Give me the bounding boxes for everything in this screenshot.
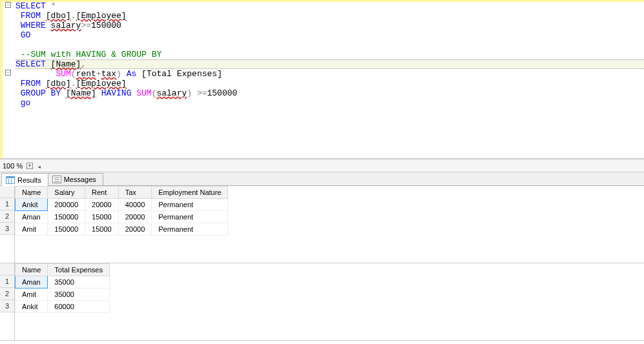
cell[interactable]: Permanent [152, 199, 228, 211]
code-token: [dbo] [46, 11, 71, 21]
cell[interactable]: 20000 [118, 223, 152, 236]
row-header-corner[interactable] [0, 186, 14, 198]
code-token: SUM [56, 69, 70, 79]
table-row[interactable]: Aman 35000 [16, 276, 110, 288]
table-header-row: Name Salary Rent Tax Employment Nature [16, 187, 228, 199]
code-token: [dbo] [46, 79, 71, 88]
col-header[interactable]: Name [16, 187, 48, 199]
cell[interactable]: Permanent [152, 223, 228, 236]
sql-editor[interactable]: SELECT * FROM [dbo].[Employee] WHERE sal… [0, 0, 644, 158]
cell[interactable]: 200000 [48, 199, 85, 211]
code-token: . [71, 79, 76, 88]
code-token: go [16, 98, 30, 108]
code-token: ) [116, 69, 121, 79]
col-header[interactable]: Name [16, 264, 48, 276]
result-table-1[interactable]: Name Salary Rent Tax Employment Nature A… [15, 186, 228, 236]
cell[interactable]: Aman [16, 211, 48, 223]
code-token: >= [81, 21, 91, 30]
code-token: [Total Expenses] [141, 69, 222, 79]
table-row[interactable]: Aman 150000 15000 20000 Permanent [16, 211, 228, 223]
cell[interactable]: 35000 [48, 276, 110, 288]
code-token: [Employee] [76, 11, 127, 21]
tab-messages[interactable]: Messages [48, 173, 103, 185]
cell[interactable]: Permanent [152, 211, 228, 223]
code-token [16, 69, 56, 79]
cell[interactable]: 35000 [48, 288, 110, 301]
code-token: FROM [16, 79, 46, 88]
zoom-dropdown-icon[interactable]: ▾ [26, 163, 33, 169]
code-token: [Name] [51, 59, 81, 69]
cell[interactable]: 60000 [48, 301, 110, 313]
code-token: [Employee] [76, 79, 127, 88]
cell[interactable]: 15000 [85, 211, 119, 223]
code-token: >= [192, 88, 207, 98]
messages-icon [52, 176, 61, 183]
row-header[interactable]: 1 [0, 276, 14, 288]
code-token: SELECT [16, 1, 46, 11]
code-token: * [46, 1, 56, 11]
tab-messages-label: Messages [64, 176, 96, 183]
cell[interactable]: 150000 [48, 223, 85, 236]
code-token: salary [51, 21, 81, 30]
code-token: FROM [16, 11, 46, 21]
table-header-row: Name Total Expenses [16, 264, 110, 276]
cell[interactable]: 15000 [85, 223, 119, 236]
result-table-2[interactable]: Name Total Expenses Aman 35000 Amit 3500… [15, 263, 110, 313]
row-header-col: 1 2 3 [0, 186, 15, 263]
code-token: As [121, 69, 141, 79]
col-header[interactable]: Total Expenses [48, 264, 110, 276]
row-header-col: 1 2 3 [0, 263, 15, 340]
code-token: SUM [136, 88, 151, 98]
row-header[interactable]: 3 [0, 300, 14, 312]
table-row[interactable]: Amit 150000 15000 20000 Permanent [16, 223, 228, 236]
zoom-bar: 100 % ▾ [0, 159, 644, 172]
code-token: , [81, 59, 86, 69]
cell[interactable]: Amit [16, 288, 48, 301]
scroll-left-icon[interactable] [37, 162, 41, 170]
row-header[interactable]: 2 [0, 210, 14, 223]
code-token: 150000 [91, 21, 121, 30]
row-header[interactable]: 3 [0, 223, 14, 235]
col-header[interactable]: Rent [85, 187, 119, 199]
table-row[interactable]: Ankit 200000 20000 40000 Permanent [16, 199, 228, 211]
code-token: + [96, 69, 101, 79]
tab-results[interactable]: Results [1, 173, 48, 186]
code-token: GO [16, 30, 30, 40]
col-header[interactable]: Tax [118, 187, 152, 199]
code-token: [Name] [66, 88, 96, 98]
result-grid-1: 1 2 3 Name Salary Rent Tax Employment Na… [0, 186, 644, 263]
table-row[interactable]: Ankit 60000 [16, 301, 110, 313]
grid-icon [6, 176, 15, 184]
zoom-level: 100 % [3, 162, 23, 170]
table-row[interactable]: Amit 35000 [16, 288, 110, 301]
col-header[interactable]: Employment Nature [152, 187, 228, 199]
cell[interactable]: Aman [16, 276, 48, 288]
code-token: tax [101, 69, 116, 79]
code-token: GROUP BY [16, 88, 66, 98]
code-token: --SUM with HAVING & GROUP BY [16, 50, 161, 59]
row-header[interactable]: 2 [0, 288, 14, 300]
code-token: WHERE [16, 21, 51, 30]
row-header-corner[interactable] [0, 263, 14, 276]
code-token: HAVING [96, 88, 136, 98]
cell[interactable]: 150000 [48, 211, 85, 223]
tab-results-label: Results [17, 176, 41, 184]
results-tabs: Results Messages [0, 172, 644, 186]
code-token: salary [156, 88, 187, 98]
code-token: rent [76, 69, 96, 79]
cell[interactable]: Amit [16, 223, 48, 236]
cell[interactable]: 40000 [118, 199, 152, 211]
cell[interactable]: Ankit [16, 301, 48, 313]
code-token: 150000 [207, 88, 238, 98]
cell[interactable]: 20000 [85, 199, 119, 211]
result-grid-2: 1 2 3 Name Total Expenses Aman 35000 Ami… [0, 263, 644, 341]
code-token: ) [187, 88, 192, 98]
cell[interactable]: Ankit [16, 199, 48, 211]
code-token: SELECT [16, 59, 51, 69]
cell[interactable]: 20000 [118, 211, 152, 223]
row-header[interactable]: 1 [0, 198, 14, 210]
col-header[interactable]: Salary [48, 187, 85, 199]
results-zone: 1 2 3 Name Salary Rent Tax Employment Na… [0, 186, 644, 344]
code-token: . [71, 11, 76, 21]
code-token: ( [71, 69, 76, 79]
